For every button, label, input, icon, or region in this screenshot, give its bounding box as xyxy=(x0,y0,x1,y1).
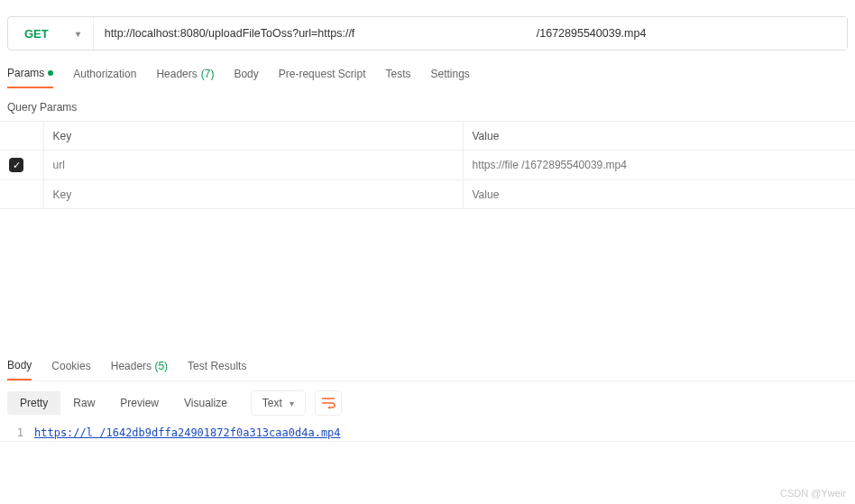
watermark: CSDN @Yweir xyxy=(780,488,846,499)
col-check-header xyxy=(0,122,43,151)
resp-tab-headers[interactable]: Headers (5) xyxy=(111,354,168,380)
table-row: ✓ url https://file /1672895540039.mp4 xyxy=(0,151,855,180)
view-pretty-button[interactable]: Pretty xyxy=(7,391,60,415)
view-visualize-button[interactable]: Visualize xyxy=(171,391,240,415)
col-key-header: Key xyxy=(43,122,463,151)
response-view-controls: Pretty Raw Preview Visualize Text ▾ xyxy=(0,381,855,425)
url-input[interactable] xyxy=(94,17,847,50)
chevron-down-icon: ▾ xyxy=(76,29,80,39)
resp-tab-body[interactable]: Body xyxy=(7,353,32,380)
view-raw-button[interactable]: Raw xyxy=(60,391,107,415)
wrap-icon xyxy=(321,397,336,409)
params-table: Key Value ✓ url https://file /1672895540… xyxy=(0,121,855,209)
tab-tests[interactable]: Tests xyxy=(385,68,410,87)
resp-tab-cookies[interactable]: Cookies xyxy=(51,354,90,380)
param-key-cell[interactable]: url xyxy=(43,151,463,180)
response-body: 1 https://l /1642db9dffa24901872f0a313ca… xyxy=(0,425,855,442)
view-preview-button[interactable]: Preview xyxy=(107,391,171,415)
tab-authorization[interactable]: Authorization xyxy=(73,68,136,87)
tab-params[interactable]: Params xyxy=(7,67,53,88)
view-mode-group: Pretty Raw Preview Visualize xyxy=(7,391,240,415)
param-value-placeholder[interactable]: Value xyxy=(463,180,855,209)
request-url-bar: GET ▾ xyxy=(7,16,848,50)
table-row-new: Key Value xyxy=(0,180,855,209)
tab-headers[interactable]: Headers (7) xyxy=(156,68,214,87)
response-tabs: Body Cookies Headers (5) Test Results xyxy=(0,353,855,381)
response-type-select[interactable]: Text ▾ xyxy=(251,390,306,416)
http-method-label: GET xyxy=(24,27,49,41)
http-method-select[interactable]: GET ▾ xyxy=(8,17,94,50)
query-params-heading: Query Params xyxy=(0,88,855,121)
request-tabs: Params Authorization Headers (7) Body Pr… xyxy=(0,50,855,88)
wrap-lines-button[interactable] xyxy=(315,390,342,416)
line-number: 1 xyxy=(7,426,34,439)
col-value-header: Value xyxy=(463,122,855,151)
param-checkbox[interactable]: ✓ xyxy=(9,158,23,172)
chevron-down-icon: ▾ xyxy=(290,399,294,408)
param-key-placeholder[interactable]: Key xyxy=(43,180,463,209)
resp-tab-test-results[interactable]: Test Results xyxy=(188,354,246,380)
dot-icon xyxy=(48,70,53,76)
tab-settings[interactable]: Settings xyxy=(431,68,470,87)
tab-body[interactable]: Body xyxy=(234,68,258,87)
param-value-cell[interactable]: https://file /1672895540039.mp4 xyxy=(463,151,855,180)
response-link[interactable]: https://l /1642db9dffa24901872f0a313caa0… xyxy=(34,426,341,439)
svg-marker-2 xyxy=(328,406,330,409)
tab-prerequest[interactable]: Pre-request Script xyxy=(279,68,366,87)
